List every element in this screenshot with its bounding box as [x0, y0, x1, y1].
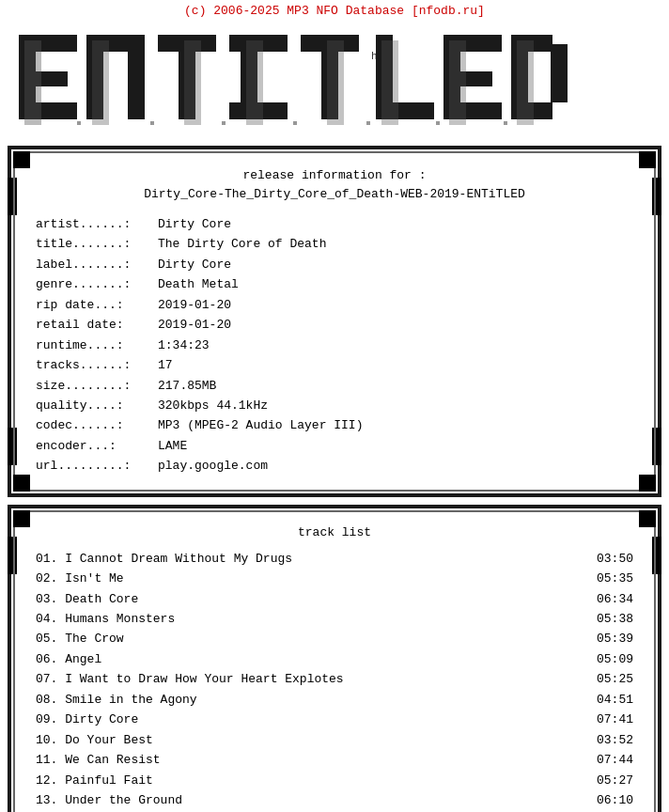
- svg-rect-34: [222, 121, 226, 125]
- svg-rect-4: [24, 40, 41, 125]
- info-row: size........:217.85MB: [36, 376, 633, 396]
- info-key: artist......:: [36, 214, 158, 234]
- svg-rect-32: [77, 121, 81, 125]
- track-title: 06. Angel: [36, 649, 101, 669]
- info-value: MP3 (MPEG-2 Audio Layer III): [158, 415, 363, 435]
- corner-decoration: [13, 475, 30, 492]
- info-row: artist......:Dirty Core: [36, 214, 633, 234]
- track-row: 13. Under the Ground06:10: [36, 790, 633, 810]
- track-title: 12. Painful Fait: [36, 771, 153, 790]
- track-row: 03. Death Core06:34: [36, 589, 633, 609]
- track-row: 07. I Want to Draw How Your Heart Explot…: [36, 669, 633, 689]
- info-row: encoder...:LAME: [36, 436, 633, 456]
- svg-rect-36: [366, 121, 370, 125]
- tracklist-panel: track list 01. I Cannot Dream Without My…: [8, 505, 661, 812]
- info-value: The Dirty Core of Death: [158, 234, 326, 254]
- corner-decoration: [639, 151, 656, 168]
- copyright-text: (c) 2006-2025 MP3 NFO Database [nfodb.ru…: [0, 0, 669, 20]
- track-title: 02. Isn't Me: [36, 569, 124, 588]
- tracklist-title: track list: [36, 525, 633, 539]
- track-title: 13. Under the Ground: [36, 790, 182, 810]
- svg-rect-18: [327, 40, 344, 125]
- track-duration: 05:27: [597, 771, 633, 790]
- info-value: Dirty Core: [158, 255, 231, 274]
- track-title: 09. Dirty Core: [36, 710, 138, 729]
- svg-rect-8: [92, 40, 109, 125]
- track-row: 06. Angel05:09: [36, 649, 633, 669]
- corner-decoration: [13, 510, 30, 527]
- logo-area: hX!: [0, 20, 669, 140]
- track-row: 12. Painful Fait05:27: [36, 771, 633, 790]
- svg-rect-7: [128, 35, 145, 119]
- info-value: 2019-01-20: [158, 315, 231, 335]
- svg-rect-37: [436, 121, 440, 125]
- info-value: Death Metal: [158, 274, 239, 294]
- track-duration: 07:44: [597, 750, 633, 770]
- track-row: 11. We Can Resist07:44: [36, 750, 633, 770]
- info-key: rip date...:: [36, 295, 158, 315]
- track-duration: 05:38: [597, 609, 633, 629]
- info-row: retail date:2019-01-20: [36, 315, 633, 335]
- info-key: runtime....:: [36, 336, 158, 355]
- info-key: retail date:: [36, 315, 158, 335]
- info-row: codec......:MP3 (MPEG-2 Audio Layer III): [36, 415, 633, 435]
- info-value: 217.85MB: [158, 376, 216, 396]
- tracklist-inner: track list 01. I Cannot Dream Without My…: [13, 510, 656, 812]
- release-info-table: artist......:Dirty Coretitle.......:The …: [36, 214, 633, 476]
- info-row: genre.......:Death Metal: [36, 274, 633, 294]
- release-info-inner: release information for : Dirty_Core-The…: [13, 151, 656, 492]
- info-value: play.google.com: [158, 456, 268, 476]
- track-row: 04. Humans Monsters05:38: [36, 609, 633, 629]
- info-key: title.......:: [36, 234, 158, 254]
- tracklist-content: 01. I Cannot Dream Without My Drugs03:50…: [36, 549, 633, 812]
- track-title: 11. We Can Resist: [36, 750, 161, 770]
- track-duration: 05:25: [597, 669, 633, 689]
- info-key: label.......:: [36, 255, 158, 274]
- svg-rect-38: [504, 121, 507, 125]
- info-value: 320kbps 44.1kHz: [158, 396, 268, 415]
- info-row: label.......:Dirty Core: [36, 255, 633, 274]
- svg-rect-30: [551, 44, 568, 102]
- info-row: tracks......:17: [36, 355, 633, 375]
- track-row: 08. Smile in the Agony04:51: [36, 690, 633, 710]
- track-duration: 05:09: [597, 649, 633, 669]
- logo-svg: hX!: [0, 27, 620, 135]
- svg-rect-33: [150, 121, 154, 125]
- info-key: quality....:: [36, 396, 158, 415]
- info-key: codec......:: [36, 415, 158, 435]
- info-key: genre.......:: [36, 274, 158, 294]
- track-title: 07. I Want to Draw How Your Heart Explot…: [36, 669, 344, 689]
- info-value: LAME: [158, 436, 187, 456]
- info-value: 2019-01-20: [158, 295, 231, 315]
- release-header: release information for : Dirty_Core-The…: [36, 166, 633, 203]
- info-value: 17: [158, 355, 173, 375]
- svg-rect-31: [517, 40, 534, 125]
- svg-rect-35: [293, 121, 297, 125]
- info-value: 1:34:23: [158, 336, 210, 355]
- track-duration: 03:52: [597, 730, 633, 750]
- track-title: 03. Death Core: [36, 589, 138, 609]
- info-row: runtime....:1:34:23: [36, 336, 633, 355]
- track-duration: 07:41: [597, 710, 633, 729]
- track-title: 08. Smile in the Agony: [36, 690, 197, 710]
- svg-rect-21: [381, 40, 398, 125]
- info-row: quality....:320kbps 44.1kHz: [36, 396, 633, 415]
- track-row: 01. I Cannot Dream Without My Drugs03:50: [36, 549, 633, 569]
- track-duration: 04:51: [597, 690, 633, 710]
- track-title: 04. Humans Monsters: [36, 609, 175, 629]
- info-row: url.........:play.google.com: [36, 456, 633, 476]
- release-header-line2: Dirty_Core-The_Dirty_Core_of_Death-WEB-2…: [36, 185, 633, 204]
- track-row: 02. Isn't Me05:35: [36, 569, 633, 588]
- corner-decoration: [13, 151, 30, 168]
- track-duration: 03:50: [597, 549, 633, 569]
- track-row: 10. Do Your Best03:52: [36, 730, 633, 750]
- info-value: Dirty Core: [158, 214, 231, 234]
- track-title: 05. The Crow: [36, 629, 124, 648]
- info-key: encoder...:: [36, 436, 158, 456]
- track-row: 05. The Crow05:39: [36, 629, 633, 648]
- release-header-line1: release information for :: [36, 166, 633, 185]
- track-duration: 06:10: [597, 790, 633, 810]
- track-duration: 06:34: [597, 589, 633, 609]
- svg-rect-15: [246, 40, 263, 125]
- track-duration: 05:39: [597, 629, 633, 648]
